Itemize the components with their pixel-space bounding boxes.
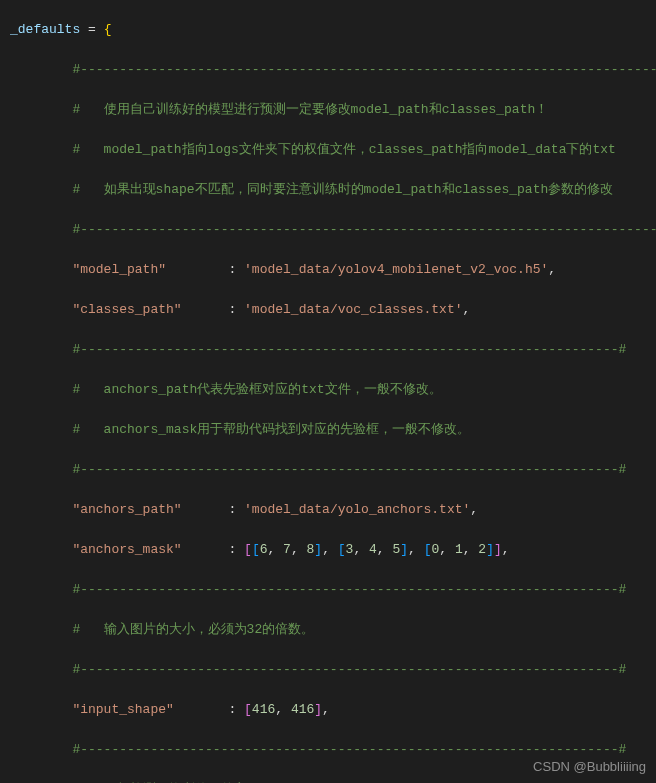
code-editor[interactable]: _defaults = { #-------------------------… <box>0 0 656 783</box>
line-model-path: "model_path" : 'model_data/yolov4_mobile… <box>10 260 656 280</box>
line-comment: # model_path指向logs文件夹下的权值文件，classes_path… <box>10 140 656 160</box>
line-sep: #---------------------------------------… <box>10 220 656 240</box>
watermark: CSDN @Bubbliiiing <box>533 757 646 777</box>
line-sep: #---------------------------------------… <box>10 340 656 360</box>
line-anchors-path: "anchors_path" : 'model_data/yolo_anchor… <box>10 500 656 520</box>
line-sep: #---------------------------------------… <box>10 580 656 600</box>
line-decl: _defaults = { <box>10 20 656 40</box>
line-sep: #---------------------------------------… <box>10 460 656 480</box>
line-sep: #---------------------------------------… <box>10 660 656 680</box>
line-comment: # anchors_path代表先验框对应的txt文件，一般不修改。 <box>10 380 656 400</box>
line-input-shape: "input_shape" : [416, 416], <box>10 700 656 720</box>
line-sep: #---------------------------------------… <box>10 60 656 80</box>
line-classes-path: "classes_path" : 'model_data/voc_classes… <box>10 300 656 320</box>
line-comment: # 如果出现shape不匹配，同时要注意训练时的model_path和class… <box>10 180 656 200</box>
line-anchors-mask: "anchors_mask" : [[6, 7, 8], [3, 4, 5], … <box>10 540 656 560</box>
line-comment: # anchors_mask用于帮助代码找到对应的先验框，一般不修改。 <box>10 420 656 440</box>
line-comment: # 输入图片的大小，必须为32的倍数。 <box>10 620 656 640</box>
line-comment: # 使用自己训练好的模型进行预测一定要修改model_path和classes_… <box>10 100 656 120</box>
